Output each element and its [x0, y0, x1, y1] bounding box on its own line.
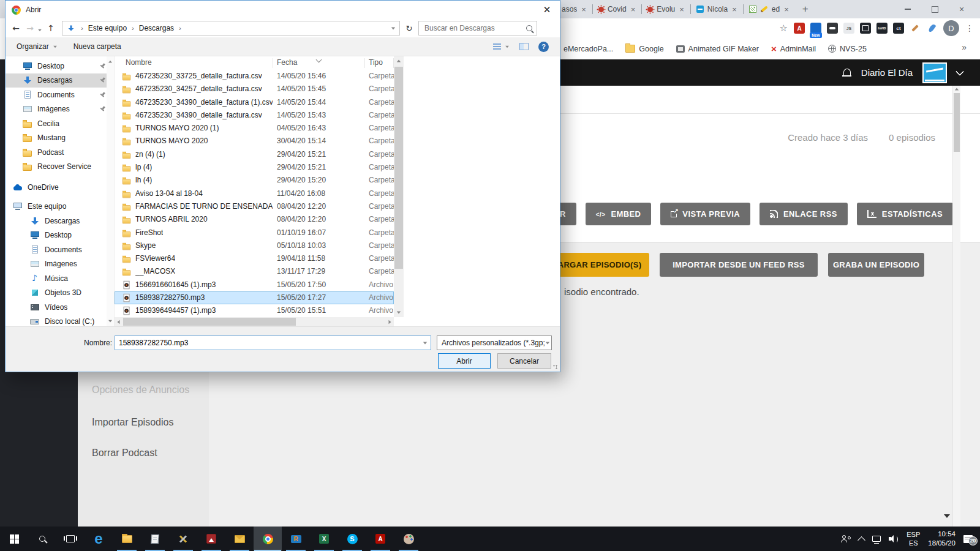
close-window-button[interactable]: × — [948, 0, 975, 18]
bookmarks-overflow-icon[interactable]: » — [962, 42, 967, 52]
taskbar-outlook-icon[interactable] — [225, 527, 254, 551]
scroll-down-icon[interactable] — [397, 312, 401, 314]
address-dropdown-icon[interactable] — [391, 27, 395, 29]
people-icon[interactable] — [840, 535, 851, 542]
taskbar-notepad-icon[interactable] — [141, 527, 169, 551]
cancel-button[interactable]: Cancelar — [497, 353, 551, 369]
scroll-right-icon[interactable] — [389, 320, 391, 324]
sidebar-scrollbar[interactable] — [107, 56, 114, 326]
open-button[interactable]: Abrir — [438, 353, 491, 369]
file-row[interactable]: 467235230_34257_detalle_factura.csv14/05… — [115, 83, 394, 96]
sidebar-item-mustang[interactable]: Mustang — [6, 131, 114, 146]
sidebar-item-desktop[interactable]: Desktop — [6, 228, 114, 243]
sidebar-item-im-genes[interactable]: Imágenes — [6, 102, 114, 117]
browser-tab-nicola[interactable]: Nicola× — [691, 0, 743, 18]
bookmark-adminmail[interactable]: AdminMail — [771, 44, 816, 53]
browser-menu-icon[interactable]: ⋮ — [965, 23, 974, 33]
file-row[interactable]: __MACOSX13/11/17 17:29Carpeta — [115, 265, 394, 278]
file-row[interactable]: lh (4)29/04/20 15:20Carpeta — [115, 174, 394, 187]
bookmark-star-icon[interactable]: ☆ — [780, 23, 788, 34]
sidebar-item-desktop[interactable]: Desktop — [6, 59, 114, 73]
file-list-vscrollbar[interactable] — [394, 56, 404, 317]
hscrollbar-thumb[interactable] — [123, 318, 296, 326]
views-button[interactable] — [493, 43, 510, 50]
sidebar-item-m-sica[interactable]: Música — [6, 271, 114, 286]
enlace-rss-button[interactable]: ENLACE RSS — [760, 203, 848, 225]
taskbar-image-editor-icon[interactable] — [394, 527, 423, 551]
sidebar-item-recover-service[interactable]: Recover Service — [6, 160, 114, 174]
breadcrumb-current[interactable]: Descargas — [139, 24, 174, 32]
file-row[interactable]: lp (4)29/04/20 15:21Carpeta — [115, 161, 394, 174]
tab-close-icon[interactable]: × — [731, 5, 737, 14]
search-input[interactable] — [423, 23, 522, 33]
taskbar-file-explorer-icon[interactable] — [113, 527, 141, 551]
bookmark-animated-gif-maker[interactable]: Animated GIF Maker — [676, 45, 759, 53]
file-row[interactable]: 1566916601645 (1).mp315/05/20 17:50Archi… — [115, 279, 394, 291]
page-scrollbar[interactable] — [952, 86, 960, 527]
preview-pane-icon[interactable] — [519, 43, 529, 50]
dialog-close-button[interactable]: ✕ — [540, 4, 554, 16]
browser-tab-evolu[interactable]: Evolu× — [642, 0, 690, 18]
scroll-up-icon[interactable] — [108, 61, 112, 63]
browser-tab-asos[interactable]: asos× — [556, 0, 592, 18]
chevron-down-icon[interactable] — [423, 342, 427, 344]
site-avatar[interactable] — [922, 62, 947, 83]
file-row[interactable]: FireShot01/10/19 16:07Carpeta — [115, 227, 394, 239]
scroll-down-icon[interactable] — [108, 320, 112, 323]
embed-button[interactable]: EMBED — [586, 203, 652, 225]
record-episode-button[interactable]: GRABA UN EPISODIO — [828, 253, 924, 277]
taskbar-photo-viewer-icon[interactable] — [197, 527, 225, 551]
sidebar-item-documents[interactable]: Documents — [6, 88, 114, 102]
bookmark-emercadopa[interactable]: eMercadoPa... — [564, 45, 613, 53]
network-icon[interactable] — [872, 536, 881, 542]
file-type-select[interactable]: Archivos personalizados (*.3gp; — [437, 335, 552, 350]
page-scrollbar-thumb[interactable] — [954, 93, 960, 152]
file-row[interactable]: 467235230_34390_detalle_factura.csv14/05… — [115, 109, 394, 122]
column-header-nombre[interactable]: Nombre — [126, 58, 152, 67]
js-extension-icon[interactable] — [843, 23, 854, 34]
estad-sticas-button[interactable]: ESTADÍSTICAS — [857, 203, 953, 225]
hidden-icons-chevron-icon[interactable] — [858, 536, 865, 544]
vista-previa-button[interactable]: VISTA PREVIA — [660, 203, 750, 225]
upload-episode-button[interactable]: ARGAR EPISODIO(S) — [550, 253, 649, 277]
sidebar-item-documents[interactable]: Documents — [6, 242, 114, 257]
new-folder-button[interactable]: Nueva carpeta — [74, 42, 121, 51]
tab-close-icon[interactable]: × — [783, 5, 790, 14]
back-icon[interactable]: ← — [10, 23, 21, 33]
file-row[interactable]: TURNOS MAYO 202030/04/20 15:14Carpeta — [115, 135, 394, 148]
minimize-button[interactable] — [894, 0, 921, 18]
mask-extension-icon[interactable] — [827, 23, 838, 34]
adobe-pdf-extension-icon[interactable] — [794, 23, 805, 34]
taskbar-search-icon[interactable] — [28, 527, 56, 551]
taskbar-chrome-icon[interactable] — [254, 527, 282, 551]
podcast-sidebar-item-importar-episodios[interactable]: Importar Episodios — [92, 417, 173, 428]
column-separator[interactable] — [273, 58, 273, 68]
address-breadcrumb[interactable]: › Este equipo › Descargas › — [62, 21, 400, 36]
clock[interactable]: 10:54 18/05/20 — [928, 530, 956, 548]
scroll-up-icon[interactable] — [955, 88, 959, 91]
invid-extension-icon[interactable] — [876, 23, 888, 34]
file-row[interactable]: zn (4) (1)29/04/20 15:21Carpeta — [115, 148, 394, 161]
forward-icon[interactable]: → — [24, 23, 36, 33]
scroll-up-icon[interactable] — [397, 60, 401, 62]
podcast-sidebar-item-opciones-de-anuncios[interactable]: Opciones de Anuncios — [92, 384, 189, 395]
file-row[interactable]: 1589396494457 (1).mp315/05/20 15:51Archi… — [115, 304, 394, 317]
tab-close-icon[interactable]: × — [679, 5, 685, 14]
ct-extension-icon[interactable] — [893, 23, 904, 34]
volume-icon[interactable] — [889, 535, 899, 542]
column-header-tipo[interactable]: Tipo — [369, 58, 383, 67]
sidebar-item-cecilia[interactable]: Cecilia — [6, 116, 114, 131]
taskbar-remote-desktop-icon[interactable] — [282, 527, 310, 551]
gavel-extension-icon[interactable] — [910, 23, 921, 34]
scroll-left-icon[interactable] — [118, 320, 120, 324]
taskbar-start-button[interactable] — [0, 527, 28, 551]
taskbar-build-tools-icon[interactable] — [169, 527, 197, 551]
taskbar-edge-icon[interactable] — [85, 527, 113, 551]
tab-close-icon[interactable]: × — [630, 5, 636, 14]
help-icon[interactable]: ? — [538, 42, 549, 52]
taskbar-excel-icon[interactable] — [310, 527, 338, 551]
breadcrumb-root[interactable]: Este equipo — [88, 24, 127, 32]
action-center-icon[interactable]: 20 — [963, 535, 973, 543]
sidebar-item-este-equipo[interactable]: Este equipo — [6, 200, 114, 214]
bookmark-google[interactable]: Google — [625, 45, 663, 53]
